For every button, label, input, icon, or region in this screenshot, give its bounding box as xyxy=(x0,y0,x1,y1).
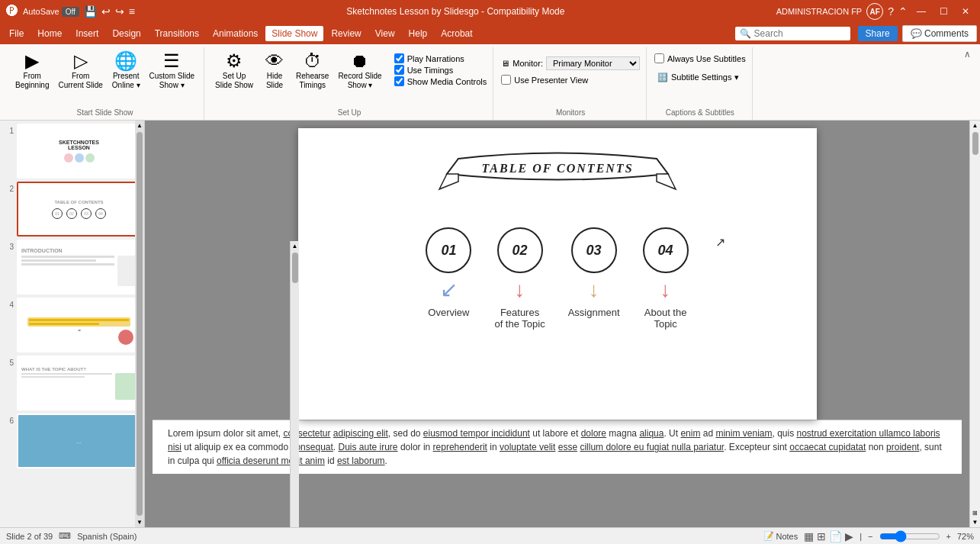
play-narrations-checkbox-row[interactable]: Play Narrations xyxy=(394,53,487,63)
from-current-slide-button[interactable]: ▷ FromCurrent Slide xyxy=(55,50,105,92)
menu-insert[interactable]: Insert xyxy=(69,26,104,41)
menu-home[interactable]: Home xyxy=(31,26,68,41)
right-scroll-up[interactable]: ▲ xyxy=(971,121,980,130)
zoom-out-button[interactable]: − xyxy=(868,532,872,541)
language-icon: ⌨ xyxy=(59,531,71,541)
menu-animations[interactable]: Animations xyxy=(207,26,264,41)
menu-help[interactable]: Help xyxy=(403,26,434,41)
toc-item-4: 04 ↓ About theTopic xyxy=(643,227,689,330)
use-timings-checkbox[interactable] xyxy=(394,65,404,75)
slide-canvas: TABLE OF CONTENTS 01 ↙ Overview 02 ↓ xyxy=(298,128,817,420)
help-icon[interactable]: ? xyxy=(888,5,894,18)
ribbon-toggle-icon[interactable]: ⌃ xyxy=(898,5,908,18)
rehearse-timings-button[interactable]: ⏱ RehearseTimings xyxy=(293,50,332,92)
user-avatar[interactable]: AF xyxy=(866,3,883,20)
slide-thumbnail-2[interactable]: 2 TABLE OF CONTENTS 01 02 03 xyxy=(3,182,141,237)
options-icon[interactable]: ≡ xyxy=(129,5,135,18)
menu-design[interactable]: Design xyxy=(106,26,146,41)
record-slide-show-button[interactable]: ⏺ Record SlideShow ▾ xyxy=(335,50,384,92)
ribbon-collapse-button[interactable]: ∧ xyxy=(961,47,974,120)
slide-thumbnail-3[interactable]: 3 INTRODUCTION xyxy=(3,240,141,295)
menu-file[interactable]: File xyxy=(3,26,30,41)
use-presenter-view-checkbox[interactable] xyxy=(501,75,511,85)
slide-number-3: 3 xyxy=(3,243,14,251)
menu-review[interactable]: Review xyxy=(325,26,367,41)
subtitle-settings-button[interactable]: 🔠 Subtitle Settings ▾ xyxy=(654,71,746,84)
banner-svg: TABLE OF CONTENTS xyxy=(435,143,680,204)
right-scroll-handle[interactable] xyxy=(972,132,978,155)
zoom-level[interactable]: 72% xyxy=(957,532,974,541)
menu-slide-show[interactable]: Slide Show xyxy=(265,26,323,41)
slide-image-5[interactable]: WHAT IS THE TOPIC ABOUT? xyxy=(17,356,141,410)
use-presenter-view-row[interactable]: Use Presenter View xyxy=(501,75,640,85)
show-media-controls-checkbox-row[interactable]: Show Media Controls xyxy=(394,76,487,86)
share-button[interactable]: Share xyxy=(858,26,898,41)
slide-thumbnail-4[interactable]: 4 ❤ xyxy=(3,298,141,352)
present-online-button[interactable]: 🌐 PresentOnline ▾ xyxy=(109,50,143,92)
set-up-slide-show-button[interactable]: ⚙ Set UpSlide Show xyxy=(212,50,256,92)
custom-slide-show-icon: ☰ xyxy=(163,52,180,70)
slide-thumbnail-1[interactable]: 1 SKETCHNOTESLESSON xyxy=(3,124,141,179)
ribbon-group-start-slide-show: ▶ FromBeginning ▷ FromCurrent Slide 🌐 Pr… xyxy=(6,47,204,120)
panel-scroll-up[interactable]: ▲ xyxy=(135,121,144,130)
title-bar-left: 🅟 AutoSave Off 💾 ↩ ↪ ≡ xyxy=(6,5,135,18)
toc-item-2: 02 ↓ Featuresof the Topic xyxy=(494,227,545,330)
notes-button[interactable]: 📝 Notes xyxy=(763,531,798,541)
redo-icon[interactable]: ↪ xyxy=(115,5,124,18)
search-input[interactable] xyxy=(754,28,846,39)
always-use-subtitles-checkbox[interactable] xyxy=(654,53,664,63)
captions-subtitles-label: Captions & Subtitles xyxy=(666,107,734,120)
monitor-select[interactable]: Primary Monitor Secondary Monitor xyxy=(546,56,640,70)
toc-item-3: 03 ↓ Assignment xyxy=(568,227,620,330)
slide-thumbnail-6[interactable]: 6 ... xyxy=(3,414,141,468)
menu-view[interactable]: View xyxy=(369,26,401,41)
menu-transitions[interactable]: Transitions xyxy=(149,26,205,41)
app-title: Sketchnotes Lesson by Slidesgo - Compati… xyxy=(135,6,776,17)
panel-scroll-down[interactable]: ▼ xyxy=(135,517,144,527)
zoom-in-button[interactable]: + xyxy=(946,532,951,541)
undo-icon[interactable]: ↩ xyxy=(101,5,111,18)
fit-slide-button[interactable]: ⊞ xyxy=(972,510,978,517)
hide-slide-button[interactable]: 👁 HideSlide xyxy=(259,50,290,92)
autosave-state[interactable]: Off xyxy=(62,7,79,17)
slideshow-view-button[interactable]: ▶ xyxy=(845,530,853,542)
maximize-button[interactable]: ☐ xyxy=(935,6,953,17)
slide-image-2[interactable]: TABLE OF CONTENTS 01 02 03 04 xyxy=(17,182,141,237)
slide-thumbnail-5[interactable]: 5 WHAT IS THE TOPIC ABOUT? xyxy=(3,356,141,410)
ribbon-group-monitors: 🖥 Monitor: Primary Monitor Secondary Mon… xyxy=(495,47,647,120)
zoom-slider[interactable] xyxy=(879,530,940,542)
show-media-controls-checkbox[interactable] xyxy=(394,76,404,86)
canvas-scrollbar[interactable] xyxy=(292,253,298,283)
slide-number-5: 5 xyxy=(3,359,14,367)
minimize-button[interactable]: — xyxy=(912,6,930,17)
save-icon[interactable]: 💾 xyxy=(84,5,97,18)
slide-image-3[interactable]: INTRODUCTION xyxy=(17,240,141,295)
set-up-label: Set Up xyxy=(338,107,361,120)
canvas-scroll-up[interactable]: ▲ xyxy=(291,241,300,251)
use-timings-checkbox-row[interactable]: Use Timings xyxy=(394,65,487,75)
notes-area[interactable]: Lorem ipsum dolor sit amet, consectetur … xyxy=(153,420,962,474)
normal-view-button[interactable]: ▦ xyxy=(804,530,814,542)
title-bar-right: ADMINISTRACION FP AF ? ⌃ — ☐ ✕ xyxy=(776,3,974,20)
panel-scrollbar[interactable] xyxy=(137,132,143,516)
slide-image-4[interactable]: ❤ xyxy=(17,298,141,352)
slide-number-1: 1 xyxy=(3,127,14,135)
play-narrations-checkbox[interactable] xyxy=(394,53,404,63)
custom-slide-show-button[interactable]: ☰ Custom SlideShow ▾ xyxy=(146,50,198,92)
reading-view-button[interactable]: 📄 xyxy=(829,530,842,542)
from-beginning-button[interactable]: ▶ FromBeginning xyxy=(12,50,52,92)
close-button[interactable]: ✕ xyxy=(957,6,974,17)
toc-items: 01 ↙ Overview 02 ↓ Featuresof the Topic … xyxy=(426,227,688,330)
slide-image-1[interactable]: SKETCHNOTESLESSON xyxy=(17,124,141,179)
always-use-subtitles-row[interactable]: Always Use Subtitles xyxy=(654,53,746,63)
slide-sorter-button[interactable]: ⊞ xyxy=(817,530,826,542)
search-bar[interactable]: 🔍 xyxy=(735,27,850,40)
status-bar-right: 📝 Notes ▦ ⊞ 📄 ▶ | − + 72% xyxy=(763,530,974,542)
slide-image-6[interactable]: ... xyxy=(17,414,141,468)
right-scroll-down[interactable]: ▼ xyxy=(971,517,980,527)
record-icon: ⏺ xyxy=(351,52,369,70)
autosave-toggle[interactable]: AutoSave Off xyxy=(23,7,79,17)
menu-acrobat[interactable]: Acrobat xyxy=(435,26,478,41)
comments-button[interactable]: 💬 Comments xyxy=(902,25,977,42)
ribbon-group-set-up: ⚙ Set UpSlide Show 👁 HideSlide ⏱ Rehears… xyxy=(206,47,493,120)
